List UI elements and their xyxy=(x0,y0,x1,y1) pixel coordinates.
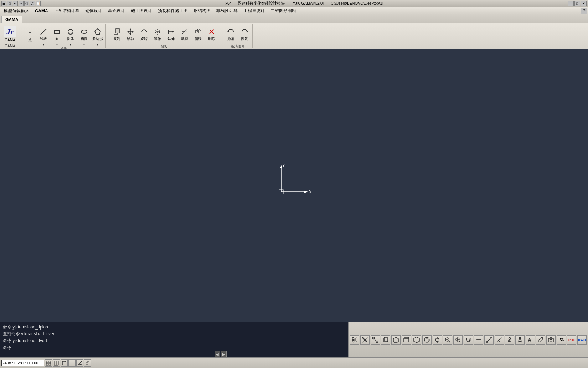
rt-cup-btn[interactable] xyxy=(464,335,473,345)
polygon-dropdown-arrow[interactable]: ▼ xyxy=(96,43,99,46)
qa-icon-6[interactable]: 🖨 xyxy=(30,1,35,6)
polygon-icon xyxy=(93,27,102,36)
circle-arc-dropdown-arrow[interactable]: ▼ xyxy=(69,43,72,46)
cmd-nav-right-btn[interactable]: ▶ xyxy=(221,351,227,357)
maximize-button[interactable]: □ xyxy=(574,1,580,6)
mirror-button[interactable]: 镜像 xyxy=(151,25,164,43)
face-dropdown-arrow[interactable]: ▼ xyxy=(56,43,58,46)
gama-main-button[interactable]: Jr GAMA xyxy=(3,25,17,43)
undo-buttons: 撤消 恢复 xyxy=(225,25,251,43)
window-controls: ─ □ ✕ xyxy=(568,1,587,6)
menu-structure-calc[interactable]: 上学结构计算 xyxy=(51,7,82,15)
menu-nonlinear[interactable]: 非线性计算 xyxy=(213,7,241,15)
face-button[interactable]: 面 xyxy=(51,25,63,43)
rt-camera-btn[interactable] xyxy=(546,335,556,345)
ellipse-dropdown-arrow[interactable]: ▼ xyxy=(83,43,86,46)
rt-dwg-btn[interactable]: DWG xyxy=(577,335,587,345)
face-label: 面 xyxy=(55,37,59,41)
trim-button[interactable]: 裁剪 xyxy=(178,25,191,43)
delete-button[interactable]: 删除 xyxy=(205,25,218,43)
modify-buttons: 复制 移动 xyxy=(110,25,218,43)
menu-construction-drawing[interactable]: 施工图设计 xyxy=(128,7,155,15)
rt-box-3d-2[interactable] xyxy=(391,335,401,345)
circle-arc-button[interactable]: 圆弧 xyxy=(64,25,77,43)
rt-scissors-3[interactable] xyxy=(371,335,380,345)
rt-zoom-in-btn[interactable] xyxy=(453,335,463,345)
svg-point-38 xyxy=(352,341,354,342)
rt-polygon-btn[interactable] xyxy=(412,335,421,345)
modify-group-label: 修改 xyxy=(161,44,168,49)
menu-quantity[interactable]: 工程量统计 xyxy=(241,7,268,15)
cmd-nav-left-btn[interactable]: ◀ xyxy=(215,351,220,357)
menu-gama[interactable]: GAMA xyxy=(32,8,51,14)
svg-rect-25 xyxy=(197,29,200,32)
right-toolbar: A .56 PDF DWG xyxy=(348,322,588,357)
rt-orbit-btn[interactable] xyxy=(422,335,432,345)
qa-icon-5[interactable]: ⬡ xyxy=(24,1,29,6)
move-button[interactable]: 移动 xyxy=(124,25,137,43)
rotate-button[interactable]: 旋转 xyxy=(138,25,150,43)
menu-bar: 模型荷载输入 GAMA 上学结构计算 砌体设计 基础设计 施工图设计 预制构件施… xyxy=(0,7,588,15)
svg-line-83 xyxy=(497,337,501,342)
polygon-button[interactable]: 多边形 xyxy=(91,25,104,43)
mirror-icon xyxy=(153,27,162,36)
help-icon[interactable]: ? xyxy=(581,8,587,14)
rt-measure-btn[interactable] xyxy=(484,335,494,345)
rt-zoom-out-btn[interactable] xyxy=(443,335,452,345)
ellipse-button[interactable]: 椭圆 xyxy=(78,25,91,43)
rt-scissors-1[interactable] xyxy=(350,335,359,345)
qa-icon-3[interactable]: ↩ xyxy=(13,1,18,6)
snap-btn[interactable]: □ xyxy=(68,359,76,367)
qa-icon-7[interactable]: 📋 xyxy=(36,1,41,6)
ribbon-content: Jr GAMA GAMA 点 xyxy=(0,23,588,49)
close-button[interactable]: ✕ xyxy=(581,1,587,6)
menu-foundation[interactable]: 基础设计 xyxy=(105,7,128,15)
redo-button[interactable]: 恢复 xyxy=(238,25,251,43)
line-button[interactable]: 线段 xyxy=(37,25,50,43)
rt-person-btn[interactable] xyxy=(505,335,514,345)
svg-line-78 xyxy=(486,337,491,342)
rt-number-btn[interactable]: .56 xyxy=(557,335,566,345)
snap-grid-btn[interactable] xyxy=(53,359,60,367)
minimize-button[interactable]: ─ xyxy=(568,1,574,6)
undo-button[interactable]: 撤消 xyxy=(225,25,237,43)
rt-person2-btn[interactable] xyxy=(515,335,525,345)
separator-2 xyxy=(108,24,108,38)
menu-steel[interactable]: 钢结构图 xyxy=(191,7,213,15)
menu-masonry[interactable]: 砌体设计 xyxy=(82,7,105,15)
rt-text-btn[interactable]: A xyxy=(526,335,535,345)
rt-crosshair-btn[interactable] xyxy=(433,335,442,345)
rt-wrench-btn[interactable] xyxy=(536,335,545,345)
svg-point-4 xyxy=(81,30,87,33)
point-button[interactable]: 点 xyxy=(24,26,36,44)
rt-angle-btn[interactable] xyxy=(495,335,504,345)
toolbar-area: GAMA Jr GAMA GAMA xyxy=(0,15,588,50)
rt-pdf-btn[interactable]: PDF xyxy=(567,335,576,345)
quick-access-toolbar: ☰ □ ↩ ↪ ⬡ 🖨 📋 xyxy=(1,1,41,6)
3d-snap-btn[interactable] xyxy=(84,359,91,367)
rt-ruler-btn[interactable] xyxy=(474,335,483,345)
svg-point-89 xyxy=(550,339,552,341)
rt-scissors-2[interactable] xyxy=(360,335,370,345)
line-label: 线段 xyxy=(40,37,47,41)
qa-icon-4[interactable]: ↪ xyxy=(19,1,24,6)
menu-2d-edit[interactable]: 二维图形编辑 xyxy=(268,7,299,15)
rt-box-3d-3[interactable] xyxy=(402,335,411,345)
offset-button[interactable]: 偏移 xyxy=(192,25,205,43)
rt-box-3d-1[interactable] xyxy=(381,335,390,345)
line-dropdown-arrow[interactable]: ▼ xyxy=(42,43,45,46)
extend-button[interactable]: 延伸 xyxy=(165,25,177,43)
menu-model-load[interactable]: 模型荷载输入 xyxy=(1,7,32,15)
svg-rect-104 xyxy=(86,362,88,364)
qa-icon-1[interactable]: ☰ xyxy=(1,1,6,6)
grid-btn[interactable] xyxy=(45,359,52,367)
copy-button[interactable]: 复制 xyxy=(110,25,123,43)
svg-marker-10 xyxy=(129,28,131,30)
ortho-btn[interactable] xyxy=(61,359,68,367)
angle-snap-btn[interactable] xyxy=(76,359,83,367)
tab-gama[interactable]: GAMA xyxy=(1,16,22,23)
canvas-area[interactable]: Y X xyxy=(0,49,588,322)
line-icon xyxy=(39,27,48,36)
menu-precast[interactable]: 预制构件施工图 xyxy=(155,7,191,15)
qa-icon-2[interactable]: □ xyxy=(7,1,12,6)
